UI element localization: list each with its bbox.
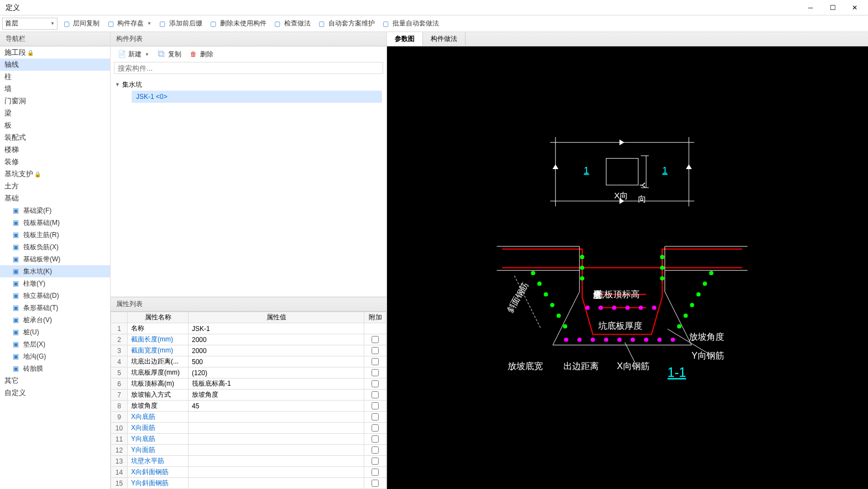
svg-point-20 <box>580 255 584 259</box>
props-row[interactable]: 10 X向面筋 <box>111 423 386 434</box>
nav-sub-item[interactable]: ▣柱墩(Y) <box>0 277 110 290</box>
attach-checkbox[interactable] <box>372 369 379 376</box>
tb-layer-copy[interactable]: ▢层间复制 <box>59 17 103 30</box>
props-row[interactable]: 13 坑壁水平筋 <box>111 456 386 467</box>
attach-checkbox[interactable] <box>372 480 379 487</box>
nav-item[interactable]: 梁 <box>0 107 110 119</box>
nav-item[interactable]: 自定义 <box>0 387 110 399</box>
attach-checkbox[interactable] <box>372 347 379 354</box>
nav-sub-item[interactable]: ▣筏板主筋(R) <box>0 229 110 241</box>
props-row[interactable]: 9 X向底筋 <box>111 412 386 423</box>
component-list-panel: 构件列表 📄新建▼⿻复制🗑删除 ▼ 集水坑 JSK-1 <0> 属性列表 <box>111 32 387 489</box>
attach-checkbox[interactable] <box>372 446 379 454</box>
diagram-canvas[interactable]: 1 1 X向 Y向 <box>387 46 868 489</box>
svg-rect-4 <box>606 159 638 185</box>
maximize-button[interactable]: ☐ <box>822 1 844 15</box>
props-row[interactable]: 5 坑底板厚度(mm) (120) <box>111 367 386 378</box>
nav-header: 导航栏 <box>0 32 110 46</box>
floor-select[interactable]: 首层 ▼ <box>2 18 57 30</box>
nav-sub-item[interactable]: ▣基础梁(F) <box>0 204 110 217</box>
props-row[interactable]: 14 X向斜面钢筋 <box>111 467 386 478</box>
nav-sub-item[interactable]: ▣筏板基础(M) <box>0 217 110 229</box>
svg-point-43 <box>631 338 635 342</box>
tb-auto-scheme[interactable]: ▢自动套方案维护 <box>314 17 378 30</box>
close-button[interactable]: ✕ <box>844 1 866 15</box>
nav-item[interactable]: 装修 <box>0 156 110 168</box>
svg-text:坑底板厚度: 坑底板厚度 <box>598 320 642 330</box>
props-row[interactable]: 2 截面长度(mm) 2000 <box>111 334 386 345</box>
nav-item[interactable]: 柱 <box>0 71 110 83</box>
props-row[interactable]: 6 坑板顶标高(m) 筏板底标高-1 <box>111 378 386 390</box>
diagram-tab[interactable]: 构件做法 <box>423 32 466 46</box>
attach-checkbox[interactable] <box>372 380 379 387</box>
props-row[interactable]: 4 坑底出边距离(... 500 <box>111 356 386 367</box>
nav-item[interactable]: 土方 <box>0 180 110 192</box>
tb-add-prefix-suffix[interactable]: ▢添加前后缀 <box>155 17 206 30</box>
nav-item[interactable]: 墙 <box>0 83 110 95</box>
diagram-tab[interactable]: 参数图 <box>387 32 423 46</box>
nav-sub-item[interactable]: ▣基础板带(W) <box>0 253 110 265</box>
svg-point-21 <box>580 266 584 270</box>
svg-text:Y向: Y向 <box>638 182 647 203</box>
search-input[interactable] <box>114 62 383 74</box>
copy-icon: ⿻ <box>157 50 166 59</box>
svg-point-27 <box>537 282 542 286</box>
nav-sub-item[interactable]: ▣地沟(G) <box>0 350 110 362</box>
attach-checkbox[interactable] <box>372 413 379 420</box>
svg-point-35 <box>690 303 694 307</box>
mid-tb-delete[interactable]: 🗑删除 <box>186 48 217 61</box>
attach-checkbox[interactable] <box>372 458 379 465</box>
svg-point-42 <box>618 338 622 342</box>
attach-checkbox[interactable] <box>372 435 379 443</box>
tb-delete-unused[interactable]: ▢删除未使用构件 <box>206 17 270 30</box>
nav-sub-item[interactable]: ▣砖胎膜 <box>0 362 110 375</box>
tree-item-selected[interactable]: JSK-1 <0> <box>132 91 382 103</box>
nav-item[interactable]: 施工段🔒 <box>0 46 110 59</box>
nav-sub-item[interactable]: ▣筏板负筋(X) <box>0 241 110 253</box>
collapse-icon: ▼ <box>115 82 120 87</box>
tb-check-method[interactable]: ▢检查做法 <box>270 17 314 30</box>
props-row[interactable]: 11 Y向底筋 <box>111 434 386 445</box>
attach-checkbox[interactable] <box>372 424 379 432</box>
nav-item[interactable]: 其它 <box>0 375 110 387</box>
props-row[interactable]: 12 Y向面筋 <box>111 445 386 456</box>
props-row[interactable]: 15 Y向斜面钢筋 <box>111 478 386 489</box>
nav-item[interactable]: 基坑支护🔒 <box>0 168 110 180</box>
attach-checkbox[interactable] <box>372 336 379 343</box>
attach-checkbox[interactable] <box>372 402 379 409</box>
tb-batch-auto[interactable]: ▢批量自动套做法 <box>378 17 442 30</box>
mid-tb-copy[interactable]: ⿻复制 <box>154 48 185 61</box>
nav-item[interactable]: 门窗洞 <box>0 95 110 107</box>
nav-sub-item[interactable]: ▣桩承台(V) <box>0 314 110 326</box>
svg-text:坑板顶标高: 坑板顶标高 <box>595 289 640 299</box>
nav-item[interactable]: 轴线 <box>0 59 110 71</box>
minimize-button[interactable]: ─ <box>799 1 822 15</box>
mid-tb-new[interactable]: 📄新建▼ <box>114 48 153 61</box>
nav-sub-item[interactable]: ▣集水坑(K) <box>0 265 110 277</box>
svg-text:1: 1 <box>584 165 589 176</box>
tb-save-dropdown[interactable]: ▢构件存盘▼ <box>103 17 155 30</box>
attach-checkbox[interactable] <box>372 391 379 398</box>
attach-checkbox[interactable] <box>372 358 379 365</box>
nav-item[interactable]: 楼梯 <box>0 144 110 156</box>
nav-item[interactable]: 装配式 <box>0 132 110 144</box>
nav-sub-item[interactable]: ▣垫层(X) <box>0 338 110 350</box>
props-row[interactable]: 1 名称 JSK-1 <box>111 323 386 334</box>
titlebar: 定义 ─ ☐ ✕ <box>0 0 868 15</box>
svg-point-26 <box>531 271 535 275</box>
category-icon: ▣ <box>11 267 20 276</box>
props-row[interactable]: 3 截面宽度(mm) 2000 <box>111 345 386 356</box>
tree-root[interactable]: ▼ 集水坑 <box>115 78 382 91</box>
nav-sub-item[interactable]: ▣独立基础(D) <box>0 290 110 302</box>
nav-sub-item[interactable]: ▣桩(U) <box>0 326 110 338</box>
add-prefix-suffix-icon: ▢ <box>158 19 167 28</box>
nav-item[interactable]: 基础 <box>0 192 110 204</box>
nav-sub-item[interactable]: ▣条形基础(T) <box>0 302 110 314</box>
svg-point-32 <box>709 271 714 275</box>
auto-scheme-icon: ▢ <box>317 19 326 28</box>
category-icon: ▣ <box>11 243 20 251</box>
attach-checkbox[interactable] <box>372 469 379 476</box>
nav-item[interactable]: 板 <box>0 119 110 132</box>
props-row[interactable]: 7 放坡输入方式 放坡角度 <box>111 390 386 401</box>
props-row[interactable]: 8 放坡角度 45 <box>111 401 386 412</box>
